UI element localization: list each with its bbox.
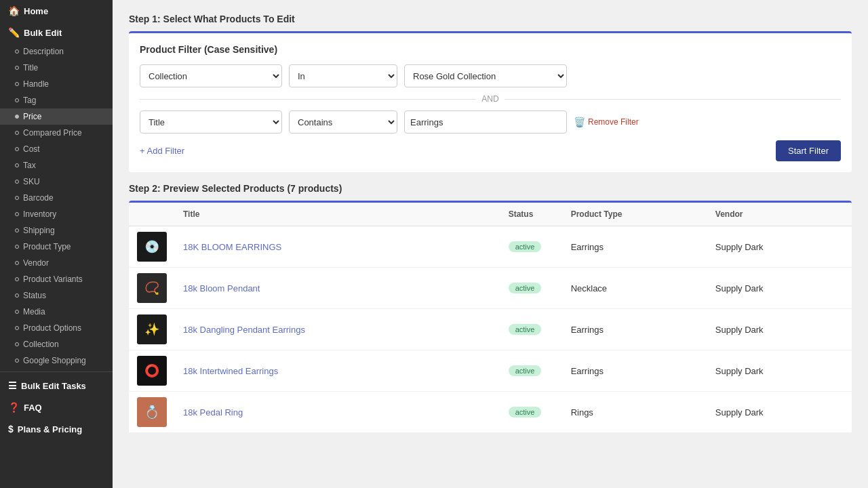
product-thumb-cell: ⭕ xyxy=(129,350,175,392)
product-status-cell: active xyxy=(500,226,563,268)
sidebar-shipping[interactable]: Shipping xyxy=(0,222,113,239)
status-badge: active xyxy=(509,365,542,376)
product-type-cell: Earrings xyxy=(563,350,707,392)
filter-field-1[interactable]: Collection Title Tag Handle Product Type… xyxy=(140,64,282,87)
sidebar-product-variants[interactable]: Product Variants xyxy=(0,271,113,287)
step2-title: Step 2: Preview Selected Products (7 pro… xyxy=(129,183,852,194)
product-thumbnail: 📿 xyxy=(137,273,167,303)
product-thumb-cell: 📿 xyxy=(129,268,175,309)
product-title-cell: 18K BLOOM EARRINGS xyxy=(175,226,500,268)
table-header-row: Title Status Product Type Vendor xyxy=(129,203,852,226)
col-title-header: Title xyxy=(175,203,500,226)
sidebar-title[interactable]: Title xyxy=(0,60,113,76)
status-badge: active xyxy=(509,324,542,335)
product-type-cell: Rings xyxy=(563,392,707,433)
add-filter-button[interactable]: + Add Filter xyxy=(140,146,184,156)
product-vendor-cell: Supply Dark xyxy=(707,226,852,268)
sidebar-cost[interactable]: Cost xyxy=(0,141,113,157)
table-row: 📿 18k Bloom Pendant active Necklace Supp… xyxy=(129,268,852,309)
thumb-icon: 📿 xyxy=(144,281,159,296)
product-status-cell: active xyxy=(500,309,563,350)
product-title-link[interactable]: 18k Dangling Pendant Earrings xyxy=(183,325,305,335)
product-vendor-cell: Supply Dark xyxy=(707,268,852,309)
filter-value-1[interactable]: Rose Gold Collection xyxy=(404,64,567,87)
step1-title: Step 1: Select What Products To Edit xyxy=(129,14,852,24)
sidebar-bulk-edit-tasks[interactable]: ☰ Bulk Edit Tasks xyxy=(0,375,113,396)
dot-icon xyxy=(15,82,19,86)
dot-icon xyxy=(15,261,19,265)
product-status-cell: active xyxy=(500,268,563,309)
sidebar-tag[interactable]: Tag xyxy=(0,92,113,108)
dot-icon xyxy=(15,293,19,298)
product-thumbnail: 💍 xyxy=(137,397,167,427)
sidebar-handle[interactable]: Handle xyxy=(0,76,113,92)
dot-icon xyxy=(15,131,19,135)
filter-card-title: Product Filter (Case Sensitive) xyxy=(140,44,841,55)
product-title-cell: 18k Pedal Ring xyxy=(175,392,500,433)
sidebar-product-type[interactable]: Product Type xyxy=(0,239,113,255)
status-badge: active xyxy=(509,283,542,293)
sidebar-faq-label: FAQ xyxy=(24,403,42,413)
sidebar-bulk-edit[interactable]: ✏️ Bulk Edit xyxy=(0,22,113,43)
sidebar-plans-pricing[interactable]: $ Plans & Pricing xyxy=(0,418,113,440)
start-filter-button[interactable]: Start Filter xyxy=(776,140,841,161)
sidebar: 🏠 Home ✏️ Bulk Edit Description Title Ha… xyxy=(0,0,113,488)
sidebar-compared-price[interactable]: Compared Price xyxy=(0,125,113,141)
status-badge: active xyxy=(509,241,542,252)
dot-icon xyxy=(15,212,19,216)
product-thumbnail: ✨ xyxy=(137,314,167,344)
main-content: Step 1: Select What Products To Edit Pro… xyxy=(113,0,868,488)
sidebar-home[interactable]: 🏠 Home xyxy=(0,0,113,22)
edit-icon: ✏️ xyxy=(8,27,20,38)
col-status-header: Status xyxy=(500,203,563,226)
dot-icon xyxy=(15,115,19,119)
sidebar-collection[interactable]: Collection xyxy=(0,336,113,352)
remove-filter-button[interactable]: 🗑️ Remove Filter xyxy=(574,117,639,127)
sidebar-description[interactable]: Description xyxy=(0,43,113,60)
filter-operator-2[interactable]: Contains In Not In Equals Does Not Conta… xyxy=(289,110,397,134)
sidebar-google-shopping[interactable]: Google Shopping xyxy=(0,352,113,369)
sidebar-product-options[interactable]: Product Options xyxy=(0,320,113,336)
sidebar-vendor[interactable]: Vendor xyxy=(0,255,113,271)
home-icon: 🏠 xyxy=(8,5,20,16)
thumb-icon: 💍 xyxy=(144,405,159,420)
product-thumb-cell: 💍 xyxy=(129,392,175,433)
faq-icon: ❓ xyxy=(8,402,20,413)
sidebar-barcode[interactable]: Barcode xyxy=(0,190,113,206)
filter-field-2[interactable]: Title Collection Tag Handle Product Type… xyxy=(140,110,282,134)
product-thumbnail: ⭕ xyxy=(137,356,167,386)
product-title-link[interactable]: 18K BLOOM EARRINGS xyxy=(183,242,281,252)
sidebar-media[interactable]: Media xyxy=(0,304,113,320)
sidebar-tax[interactable]: Tax xyxy=(0,157,113,174)
dot-icon xyxy=(15,277,19,281)
product-thumb-cell: 💿 xyxy=(129,226,175,268)
dot-icon xyxy=(15,310,19,314)
dot-icon xyxy=(15,196,19,200)
sidebar-status[interactable]: Status xyxy=(0,287,113,304)
product-vendor-cell: Supply Dark xyxy=(707,350,852,392)
thumb-icon: ⭕ xyxy=(144,363,159,378)
dot-icon xyxy=(15,147,19,151)
product-thumbnail: 💿 xyxy=(137,232,167,262)
and-divider: AND xyxy=(140,94,841,104)
sidebar-inventory[interactable]: Inventory xyxy=(0,206,113,222)
product-type-cell: Earrings xyxy=(563,226,707,268)
filter-operator-1[interactable]: In Not In Equals Contains xyxy=(289,64,397,87)
dot-icon xyxy=(15,245,19,249)
table-row: ✨ 18k Dangling Pendant Earrings active E… xyxy=(129,309,852,350)
sidebar-plans-pricing-label: Plans & Pricing xyxy=(18,424,82,434)
table-row: 💿 18K BLOOM EARRINGS active Earrings Sup… xyxy=(129,226,852,268)
sidebar-price[interactable]: Price xyxy=(0,108,113,125)
product-title-link[interactable]: 18k Intertwined Earrings xyxy=(183,366,278,376)
product-title-link[interactable]: 18k Bloom Pendant xyxy=(183,283,260,293)
remove-filter-label: Remove Filter xyxy=(588,117,639,127)
sidebar-sku[interactable]: SKU xyxy=(0,174,113,190)
dot-icon xyxy=(15,342,19,346)
pricing-icon: $ xyxy=(8,424,14,434)
sidebar-faq[interactable]: ❓ FAQ xyxy=(0,396,113,418)
add-filter-label: + Add Filter xyxy=(140,146,184,156)
filter-value-2[interactable] xyxy=(404,110,567,134)
product-title-link[interactable]: 18k Pedal Ring xyxy=(183,407,243,418)
dot-icon xyxy=(15,66,19,70)
filter-row-1: Collection Title Tag Handle Product Type… xyxy=(140,64,841,87)
